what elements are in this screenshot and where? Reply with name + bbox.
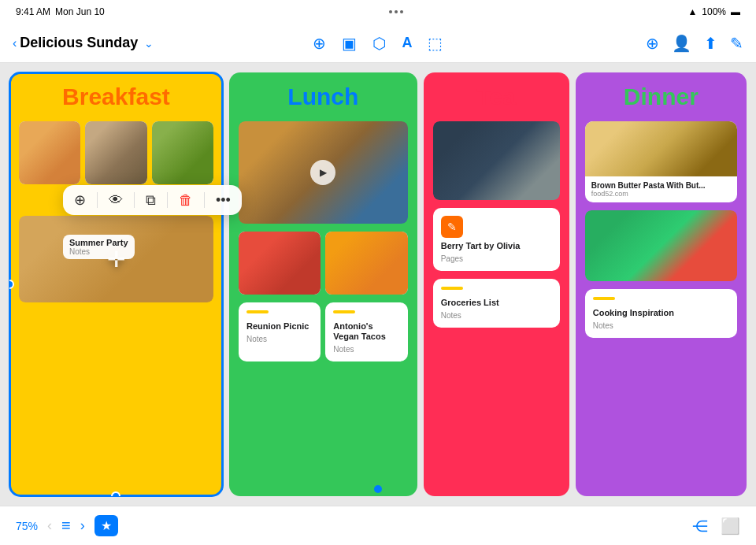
summer-party-title: Summer Party bbox=[69, 238, 128, 247]
lunch-img-orange[interactable] bbox=[325, 232, 407, 295]
ctx-link-icon[interactable]: ⊕ bbox=[74, 191, 86, 209]
canvas-area[interactable]: Breakfast ✛ bbox=[0, 63, 756, 506]
reunion-picnic-card[interactable]: Reunion Picnic Notes bbox=[239, 302, 321, 361]
breakfast-images-row bbox=[19, 121, 213, 184]
collaborate-icon[interactable]: 👤 bbox=[672, 34, 691, 53]
toolbar-right: ⊕ 👤 ⬆ ✎ bbox=[500, 34, 743, 53]
dropdown-chevron-icon[interactable]: ⌄ bbox=[144, 37, 154, 50]
ctx-copy-icon[interactable]: ⧉ bbox=[146, 192, 156, 209]
berry-tart-source: Pages bbox=[441, 254, 552, 263]
cooking-inspiration-title: Cooking Inspiration bbox=[593, 308, 729, 318]
page-title: Delicious Sunday bbox=[20, 35, 138, 51]
toolbar-center: ⊕ ▣ ⬡ A ⬚ bbox=[256, 34, 499, 53]
berry-tart-title: Berry Tart by Olivia bbox=[441, 241, 552, 251]
dinner-heading: Dinner bbox=[585, 83, 737, 110]
status-center bbox=[389, 10, 403, 13]
shapes-icon[interactable]: ⬡ bbox=[372, 34, 386, 53]
brown-butter-source: food52.com bbox=[591, 190, 731, 198]
lunch-heading: Lunch bbox=[239, 83, 408, 110]
breakfast-img-appetizer[interactable] bbox=[85, 121, 146, 184]
breakfast-column[interactable]: Breakfast ✛ bbox=[9, 72, 223, 496]
brown-butter-image bbox=[585, 121, 737, 176]
zoom-label: 75% bbox=[16, 520, 38, 532]
cooking-inspiration-source: Notes bbox=[593, 321, 729, 330]
lunch-small-images bbox=[239, 232, 408, 295]
breakfast-heading: Breakfast bbox=[19, 83, 213, 110]
dinner-column[interactable]: Dinner Brown Butter Pasta With But... fo… bbox=[576, 72, 747, 496]
battery-label: 100% bbox=[702, 6, 726, 17]
lunch-img-juice[interactable] bbox=[239, 232, 321, 295]
groceries-source: Notes bbox=[441, 311, 552, 320]
groceries-title: Groceries List bbox=[441, 298, 552, 308]
bottom-right: ⋲ ⬜ bbox=[692, 517, 740, 536]
reunion-picnic-title: Reunion Picnic bbox=[246, 321, 313, 332]
dinner-salad-image[interactable] bbox=[585, 210, 737, 281]
columns-container: Breakfast ✛ bbox=[0, 63, 756, 506]
left-resize-handle[interactable] bbox=[9, 280, 14, 289]
back-button[interactable]: ‹ bbox=[13, 36, 17, 50]
tea-heading: Tea bbox=[433, 83, 560, 110]
edit-icon[interactable]: ✎ bbox=[730, 34, 743, 53]
next-page-button[interactable]: › bbox=[80, 517, 85, 534]
fullscreen-icon[interactable]: ⬜ bbox=[721, 517, 740, 536]
main-toolbar: ‹ Delicious Sunday ⌄ ⊕ ▣ ⬡ A ⬚ ⊕ 👤 ⬆ ✎ bbox=[0, 24, 756, 63]
cooking-inspiration-card[interactable]: Cooking Inspiration Notes bbox=[585, 289, 737, 338]
antonios-tacos-card[interactable]: Antonio's Vegan Tacos Notes bbox=[325, 302, 407, 361]
brown-butter-card[interactable]: Brown Butter Pasta With But... food52.co… bbox=[585, 121, 737, 202]
prev-page-button[interactable]: ‹ bbox=[47, 517, 52, 534]
list-view-icon[interactable]: ≡ bbox=[61, 517, 71, 535]
berry-tart-card[interactable]: ✎ Berry Tart by Olivia Pages bbox=[433, 208, 560, 271]
text-icon[interactable]: A bbox=[402, 35, 412, 51]
chevron-left-icon: ‹ bbox=[13, 36, 17, 50]
pages-icon: ✎ bbox=[441, 216, 463, 238]
time-label: 9:41 AM bbox=[16, 6, 50, 17]
battery-icon: ▬ bbox=[731, 6, 740, 17]
bottom-left: 75% ‹ ≡ › ★ bbox=[16, 515, 118, 536]
context-menu[interactable]: ⊕ 👁 ⧉ 🗑 ••• bbox=[63, 185, 242, 215]
date-label: Mon Jun 10 bbox=[55, 6, 105, 17]
network-icon[interactable]: ⋲ bbox=[692, 517, 708, 536]
annotation-icon[interactable]: ⊕ bbox=[313, 34, 326, 53]
bottom-resize-handle[interactable] bbox=[111, 491, 120, 496]
lunch-video-tile[interactable]: ▶ bbox=[239, 121, 408, 224]
lunch-column[interactable]: Lunch ▶ Reunion Picnic Notes bbox=[229, 72, 417, 496]
ctx-delete-icon[interactable]: 🗑 bbox=[179, 192, 193, 209]
breakfast-img-grapes[interactable] bbox=[152, 121, 213, 184]
favorite-button[interactable]: ★ bbox=[94, 515, 118, 536]
groceries-card[interactable]: Groceries List Notes bbox=[433, 279, 560, 328]
status-right: ▲ 100% ▬ bbox=[687, 6, 740, 17]
tea-tart-image[interactable] bbox=[433, 121, 560, 200]
photo-icon[interactable]: ⬚ bbox=[428, 34, 443, 53]
summer-party-source: Notes bbox=[69, 247, 128, 256]
reunion-picnic-source: Notes bbox=[246, 335, 313, 343]
ctx-preview-icon[interactable]: 👁 bbox=[109, 192, 123, 209]
status-bar: 9:41 AM Mon Jun 10 ▲ 100% ▬ bbox=[0, 0, 756, 24]
page-indicator bbox=[374, 485, 382, 493]
breakfast-pancakes[interactable]: ✛ bbox=[19, 216, 213, 302]
lunch-note-cards: Reunion Picnic Notes Antonio's Vegan Tac… bbox=[239, 302, 408, 361]
ctx-more-icon[interactable]: ••• bbox=[216, 192, 231, 209]
antonios-tacos-title: Antonio's Vegan Tacos bbox=[333, 321, 399, 342]
undo-icon[interactable]: ⊕ bbox=[646, 34, 659, 53]
wifi-icon: ▲ bbox=[687, 6, 697, 17]
toolbar-left: ‹ Delicious Sunday ⌄ bbox=[13, 35, 256, 51]
summer-party-label[interactable]: Summer Party Notes bbox=[63, 235, 135, 259]
status-left: 9:41 AM Mon Jun 10 bbox=[16, 6, 105, 17]
play-button[interactable]: ▶ bbox=[310, 160, 335, 185]
antonios-tacos-source: Notes bbox=[333, 345, 399, 354]
share-icon[interactable]: ⬆ bbox=[704, 34, 717, 53]
brown-butter-title: Brown Butter Pasta With But... bbox=[591, 181, 731, 190]
breakfast-img-cantaloupe[interactable] bbox=[19, 121, 80, 184]
tea-column[interactable]: Tea ✎ Berry Tart by Olivia Pages Groceri… bbox=[424, 72, 569, 496]
browse-icon[interactable]: ▣ bbox=[342, 34, 357, 53]
bottom-toolbar: 75% ‹ ≡ › ★ ⋲ ⬜ bbox=[0, 506, 756, 545]
